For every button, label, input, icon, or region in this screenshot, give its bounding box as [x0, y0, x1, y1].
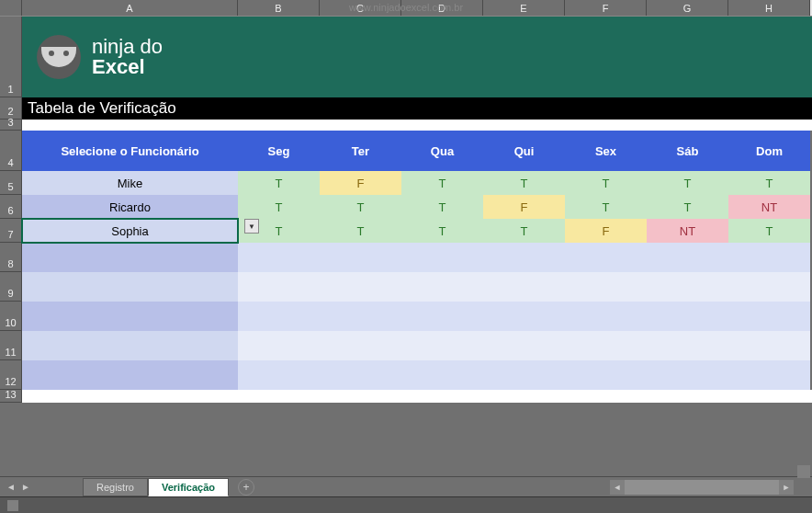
column-header[interactable]: E: [483, 0, 565, 16]
value-cell[interactable]: T: [565, 171, 647, 195]
value-cell[interactable]: NT: [728, 195, 810, 219]
empty-cell[interactable]: [238, 302, 320, 331]
dropdown-button[interactable]: ▼: [244, 219, 259, 234]
empty-cell[interactable]: [320, 243, 401, 272]
value-cell[interactable]: F: [483, 195, 565, 219]
tab-navigation[interactable]: ◄ ►: [0, 482, 37, 492]
table-header: Dom: [728, 131, 810, 171]
row-header[interactable]: 13: [0, 390, 22, 403]
row-header[interactable]: 6: [0, 195, 22, 219]
value-cell[interactable]: T: [728, 219, 810, 243]
empty-cell[interactable]: [320, 360, 401, 390]
empty-cell[interactable]: [320, 302, 401, 331]
column-header[interactable]: F: [565, 0, 647, 16]
row-header[interactable]: 3: [0, 120, 22, 131]
value-cell[interactable]: T: [401, 219, 483, 243]
column-header[interactable]: A: [22, 0, 238, 16]
empty-cell[interactable]: [238, 331, 320, 360]
empty-cell[interactable]: [22, 243, 238, 272]
empty-cell[interactable]: [647, 243, 728, 272]
empty-cell[interactable]: [401, 243, 483, 272]
empty-cell[interactable]: [238, 360, 320, 390]
chevron-down-icon: ▼: [248, 222, 255, 231]
scroll-left-icon[interactable]: ◄: [610, 480, 625, 495]
empty-cell[interactable]: [483, 302, 565, 331]
worksheet-cells[interactable]: ninja do Excel Tabela de Verificação Sel…: [22, 17, 812, 403]
empty-cell[interactable]: [22, 272, 238, 302]
empty-cell[interactable]: [565, 243, 647, 272]
empty-cell[interactable]: [565, 331, 647, 360]
empty-cell[interactable]: [647, 331, 728, 360]
empty-cell[interactable]: [647, 360, 728, 390]
value-cell[interactable]: T: [483, 171, 565, 195]
sheet-tab[interactable]: Verificação: [148, 478, 229, 496]
empty-cell[interactable]: [238, 272, 320, 302]
row-header[interactable]: 9: [0, 272, 22, 302]
empty-cell[interactable]: [728, 302, 810, 331]
empty-cell[interactable]: [483, 243, 565, 272]
empty-cell[interactable]: [22, 360, 238, 390]
employee-name-cell[interactable]: Sophia: [22, 219, 238, 243]
value-cell[interactable]: T: [238, 195, 320, 219]
value-cell[interactable]: T: [565, 195, 647, 219]
row-header[interactable]: 12: [0, 360, 22, 390]
row-header[interactable]: 1: [0, 17, 22, 97]
select-all-corner[interactable]: [0, 0, 22, 16]
row-header[interactable]: 4: [0, 131, 22, 171]
empty-cell[interactable]: [565, 360, 647, 390]
value-cell[interactable]: T: [728, 171, 810, 195]
row-header[interactable]: 11: [0, 331, 22, 360]
empty-cell[interactable]: [320, 331, 401, 360]
empty-cell[interactable]: [401, 302, 483, 331]
macro-record-icon[interactable]: [7, 500, 18, 511]
employee-name-cell[interactable]: Ricardo: [22, 195, 238, 219]
empty-cell[interactable]: [22, 302, 238, 331]
empty-cell[interactable]: [483, 360, 565, 390]
column-header[interactable]: B: [238, 0, 320, 16]
value-cell[interactable]: T: [647, 171, 728, 195]
scroll-right-icon[interactable]: ►: [779, 480, 794, 495]
value-cell[interactable]: F: [565, 219, 647, 243]
prev-sheet-icon[interactable]: ◄: [6, 482, 16, 492]
row-header[interactable]: 10: [0, 302, 22, 331]
empty-cell[interactable]: [483, 331, 565, 360]
table-header: Sex: [565, 131, 647, 171]
empty-cell[interactable]: [401, 360, 483, 390]
watermark-text: www.ninjadoexcel.com.br: [349, 2, 463, 13]
logo-banner: ninja do Excel: [22, 17, 812, 97]
empty-cell[interactable]: [728, 272, 810, 302]
empty-cell[interactable]: [728, 331, 810, 360]
next-sheet-icon[interactable]: ►: [21, 482, 30, 492]
empty-cell[interactable]: [647, 272, 728, 302]
empty-cell[interactable]: [728, 360, 810, 390]
column-header[interactable]: H: [728, 0, 810, 16]
value-cell[interactable]: F: [320, 171, 401, 195]
empty-cell[interactable]: [401, 272, 483, 302]
empty-cell[interactable]: [483, 272, 565, 302]
value-cell[interactable]: T: [238, 171, 320, 195]
add-sheet-button[interactable]: +: [238, 479, 254, 496]
horizontal-scrollbar[interactable]: ◄ ►: [610, 480, 794, 495]
value-cell[interactable]: T: [401, 171, 483, 195]
empty-cell[interactable]: [565, 272, 647, 302]
value-cell[interactable]: T: [401, 195, 483, 219]
value-cell[interactable]: T: [483, 219, 565, 243]
empty-cell[interactable]: [401, 331, 483, 360]
value-cell[interactable]: NT: [647, 219, 728, 243]
sheet-tab[interactable]: Registro: [83, 478, 148, 496]
empty-cell[interactable]: [320, 272, 401, 302]
row-header[interactable]: 5: [0, 171, 22, 195]
empty-cell[interactable]: [565, 302, 647, 331]
row-header[interactable]: 7: [0, 219, 22, 243]
value-cell[interactable]: T: [647, 195, 728, 219]
value-cell[interactable]: T: [320, 195, 401, 219]
empty-cell[interactable]: [22, 331, 238, 360]
empty-cell[interactable]: [647, 302, 728, 331]
employee-name-cell[interactable]: Mike: [22, 171, 238, 195]
scroll-down-icon[interactable]: [797, 465, 810, 478]
row-header[interactable]: 8: [0, 243, 22, 272]
empty-cell[interactable]: [238, 243, 320, 272]
value-cell[interactable]: T: [320, 219, 401, 243]
empty-cell[interactable]: [728, 243, 810, 272]
column-header[interactable]: G: [647, 0, 728, 16]
